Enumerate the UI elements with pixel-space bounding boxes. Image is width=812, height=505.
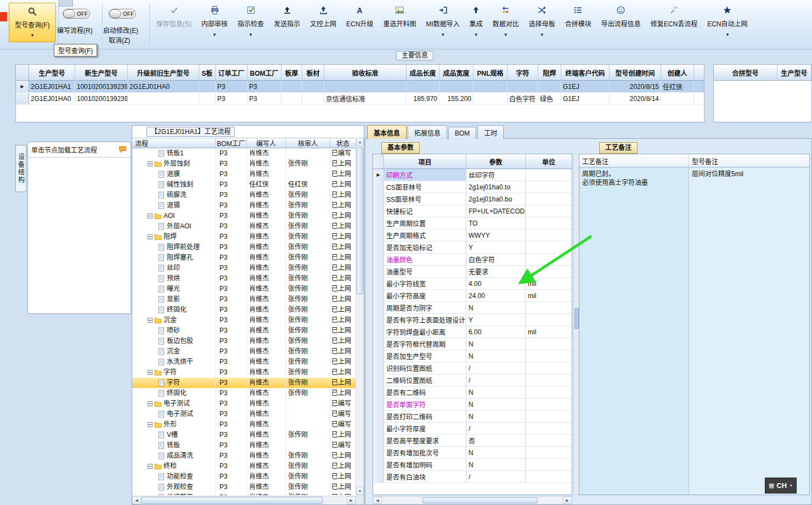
param-value[interactable]: N — [466, 302, 526, 314]
flow-node[interactable]: 外层AOI — [132, 221, 216, 232]
column-header[interactable]: S板 — [199, 65, 216, 81]
collapse-icon[interactable] — [148, 234, 153, 239]
param-row-selector[interactable] — [373, 326, 384, 338]
column-header[interactable]: 验收标准 — [324, 65, 407, 81]
flow-node[interactable]: 字符 — [132, 367, 216, 378]
scroll-left-arrow[interactable]: ◀ — [373, 497, 382, 504]
flow-row[interactable]: 电子测试P3肖维杰已编写 — [132, 409, 356, 419]
param-value[interactable]: N — [466, 386, 526, 399]
column-header[interactable]: 生产型号 — [29, 65, 75, 81]
subtab-basic-params[interactable]: 基本参数 — [381, 142, 420, 154]
write-flow-label[interactable]: 编写流程(R) — [57, 25, 93, 35]
flow-node[interactable]: 功能检查 — [132, 472, 216, 482]
flow-row[interactable]: V槽P3肖维杰张传刚已上网 — [132, 430, 356, 440]
flow-column-header[interactable]: BOM工厂 — [216, 138, 247, 148]
param-row[interactable]: 是否加无铅标记Y — [373, 242, 572, 254]
flow-node[interactable]: 退膜 — [132, 169, 216, 179]
param-row[interactable]: 是否有增加批次号N — [373, 447, 572, 459]
flow-row[interactable]: 外观检查P3肖维杰张传刚已上网 — [132, 482, 356, 492]
dropdown-arrow-icon[interactable]: ▼ — [441, 33, 445, 37]
toolbar-button-5[interactable]: AECN升级 — [341, 1, 378, 28]
column-header[interactable]: 型号创建时间 — [610, 65, 661, 81]
param-value[interactable]: N — [466, 459, 526, 471]
column-header[interactable]: 阻焊 — [538, 65, 561, 81]
column-header[interactable]: 合拼型号 — [714, 65, 777, 81]
param-row-selector[interactable] — [373, 338, 384, 350]
process-remark-text[interactable]: 周期已封。 必须使用高士字符油墨 — [579, 167, 689, 495]
collapse-icon[interactable] — [148, 370, 153, 375]
param-row[interactable]: 生产周期位置TO — [373, 217, 572, 229]
flow-row[interactable]: 退锡P3肖维杰张传刚已上网 — [132, 200, 356, 211]
collapse-icon[interactable] — [148, 318, 153, 323]
flow-node[interactable]: 碱性蚀刻 — [132, 179, 216, 190]
param-row-selector[interactable] — [373, 229, 384, 242]
flow-horizontal-scrollbar[interactable]: ◀ ▶ — [132, 496, 356, 504]
row-selector[interactable] — [16, 93, 29, 104]
param-value[interactable]: / — [466, 362, 526, 374]
scrollbar-thumb[interactable] — [357, 147, 363, 294]
flow-row[interactable]: 丝印P3肖维杰张传刚已上网 — [132, 263, 356, 273]
scrollbar-thumb[interactable] — [142, 497, 323, 504]
flow-node[interactable]: V槽 — [132, 430, 216, 440]
param-row-selector[interactable] — [373, 411, 384, 423]
flow-node[interactable]: 硫脲洗 — [132, 190, 216, 200]
table-row[interactable]: ▶2G1EJ01HA1100102001392392G1EJ01HA0P3P3G… — [16, 81, 704, 93]
param-row[interactable]: 二维码位置图纸/ — [373, 374, 572, 386]
flow-row[interactable]: 显影P3肖维杰张传刚已上网 — [132, 294, 356, 305]
scroll-up-arrow[interactable]: ▲ — [356, 138, 364, 146]
param-value[interactable]: N — [466, 399, 526, 411]
cancel-label[interactable]: 取消(Z) — [109, 35, 130, 44]
dropdown-arrow-icon[interactable]: ▼ — [474, 33, 478, 37]
param-row-selector[interactable] — [373, 362, 384, 374]
params-column-header[interactable]: 项目 — [384, 154, 466, 169]
dropdown-arrow-icon[interactable]: ▼ — [30, 33, 35, 38]
flow-node[interactable]: 丝印 — [132, 263, 216, 273]
param-row-selector[interactable] — [373, 459, 384, 471]
flow-node[interactable]: 铣板1 — [132, 148, 216, 159]
toolbar-button-14[interactable]: ECN自动上网▼ — [702, 1, 752, 37]
main-info-section-label[interactable]: 主要信息 — [396, 51, 433, 60]
flow-row[interactable]: 成品清洗P3肖维杰张传刚已上网 — [132, 451, 356, 461]
param-row-selector[interactable] — [373, 266, 384, 278]
flow-node[interactable]: 喷砂 — [132, 326, 216, 336]
dropdown-arrow-icon[interactable]: ▼ — [789, 484, 793, 487]
flow-vertical-scrollbar[interactable]: ▲ ▼ — [356, 138, 364, 495]
flow-node[interactable]: 铣板 — [132, 440, 216, 451]
param-row[interactable]: 最小字符线宽4.00mil — [373, 278, 572, 290]
param-row[interactable]: 油墨颜色白色字符 — [373, 254, 572, 266]
param-value[interactable]: 2g1ej01ha0.bo — [466, 193, 526, 205]
param-row-selector[interactable] — [373, 181, 384, 193]
flow-node[interactable]: 沉金 — [132, 346, 216, 357]
param-value[interactable]: 否 — [466, 435, 526, 447]
flow-node[interactable]: 阻焊 — [132, 232, 216, 242]
param-row-selector[interactable] — [373, 374, 384, 386]
dropdown-arrow-icon[interactable]: ▼ — [540, 33, 544, 37]
scroll-left-arrow[interactable]: ◀ — [132, 496, 141, 504]
language-indicator[interactable]: CH — [776, 481, 787, 490]
param-row[interactable]: 最小字符厚度/ — [373, 423, 572, 435]
flow-node[interactable]: 水洗烘干 — [132, 357, 216, 367]
flow-row[interactable]: 阻焊P3肖维杰张传刚已上网 — [132, 232, 356, 242]
param-row[interactable]: ▶印刷方式丝印字符 — [373, 169, 572, 181]
flow-row[interactable]: 沉金P3肖维杰张传刚已上网 — [132, 315, 356, 326]
param-value[interactable]: 4.00 — [466, 278, 526, 290]
flow-row[interactable]: 阻焊前处理P3肖维杰张传刚已上网 — [132, 242, 356, 252]
param-row-selector[interactable] — [373, 350, 384, 362]
flow-row[interactable]: 字符P3肖维杰张传刚已上网 — [132, 378, 356, 388]
start-modify-toggle[interactable]: OFF — [109, 9, 136, 19]
column-header[interactable]: 板材 — [302, 65, 324, 81]
flow-node[interactable]: 外层蚀刻 — [132, 159, 216, 169]
param-value[interactable]: N — [466, 350, 526, 362]
toolbar-button-13[interactable]: 修复ECN丢流程 — [646, 1, 702, 28]
toolbar-button-9[interactable]: 数据对比▼ — [488, 1, 524, 37]
dropdown-arrow-icon[interactable]: ▼ — [212, 33, 217, 37]
column-header[interactable]: 生产型号 — [777, 65, 811, 81]
param-value[interactable]: 2g1ej01ha0.to — [466, 181, 526, 193]
param-row-selector[interactable] — [373, 278, 384, 290]
flow-row[interactable]: 外形P3肖维杰已编写 — [132, 419, 356, 430]
param-value[interactable]: 6.00 — [466, 326, 526, 338]
param-row-selector[interactable]: ▶ — [373, 169, 384, 181]
tab-work-hours[interactable]: 工时 — [477, 125, 504, 139]
param-row[interactable]: 周期是否为阴字N — [373, 302, 572, 314]
column-header[interactable]: 成品长度 — [407, 65, 439, 81]
